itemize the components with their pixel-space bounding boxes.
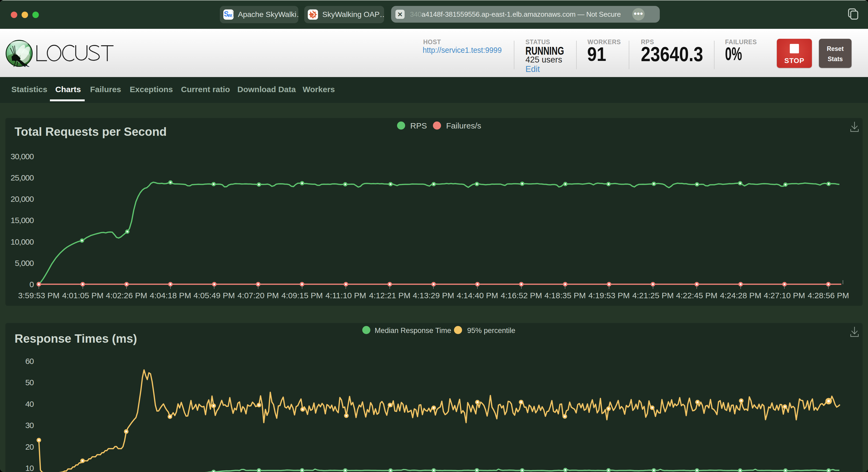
svg-text:15,000: 15,000 xyxy=(10,216,34,225)
svg-text:60: 60 xyxy=(25,357,34,366)
svg-text:30: 30 xyxy=(25,421,34,430)
svg-text:4:22:45 PM: 4:22:45 PM xyxy=(676,291,717,300)
svg-text:4:02:26 PM: 4:02:26 PM xyxy=(106,291,147,300)
svg-text:30,000: 30,000 xyxy=(10,152,34,161)
svg-text:4:24:28 PM: 4:24:28 PM xyxy=(720,291,761,300)
svg-text:4:16:52 PM: 4:16:52 PM xyxy=(501,291,542,300)
svg-text:10,000: 10,000 xyxy=(10,237,34,246)
svg-text:0: 0 xyxy=(29,280,34,289)
svg-text:4:19:53 PM: 4:19:53 PM xyxy=(588,291,629,300)
svg-text:4:01:05 PM: 4:01:05 PM xyxy=(62,291,103,300)
svg-text:4:14:40 PM: 4:14:40 PM xyxy=(457,291,498,300)
svg-text:4:05:49 PM: 4:05:49 PM xyxy=(193,291,235,300)
svg-text:4:09:15 PM: 4:09:15 PM xyxy=(281,291,322,300)
svg-text:4:04:18 PM: 4:04:18 PM xyxy=(150,291,191,300)
svg-text:20: 20 xyxy=(25,442,34,451)
svg-text:w: w xyxy=(227,12,232,18)
svg-text:4:11:10 PM: 4:11:10 PM xyxy=(325,291,366,300)
svg-text:Failures/s: Failures/s xyxy=(446,121,481,130)
svg-text:RPS: RPS xyxy=(410,121,427,130)
svg-text:10: 10 xyxy=(25,464,34,472)
svg-text:20,000: 20,000 xyxy=(10,195,34,203)
svg-text:4:18:35 PM: 4:18:35 PM xyxy=(544,291,586,300)
svg-text:4:07:20 PM: 4:07:20 PM xyxy=(237,291,279,300)
svg-text:4:27:10 PM: 4:27:10 PM xyxy=(764,291,805,300)
svg-text:50: 50 xyxy=(25,378,34,387)
svg-text:Total Requests per Second: Total Requests per Second xyxy=(14,125,167,138)
svg-text:95% percentile: 95% percentile xyxy=(467,327,516,335)
svg-text:Median Response Time: Median Response Time xyxy=(375,327,451,335)
svg-text:4:12:21 PM: 4:12:21 PM xyxy=(369,291,410,300)
svg-text:4:13:29 PM: 4:13:29 PM xyxy=(413,291,454,300)
svg-text:5,000: 5,000 xyxy=(15,259,34,268)
svg-text:4:28:56 PM: 4:28:56 PM xyxy=(808,291,849,300)
svg-text:4:21:25 PM: 4:21:25 PM xyxy=(632,291,674,300)
svg-text:25,000: 25,000 xyxy=(10,173,34,182)
svg-text:Response Times (ms): Response Times (ms) xyxy=(14,332,137,345)
svg-text:40: 40 xyxy=(25,400,34,408)
svg-text:3:59:53 PM: 3:59:53 PM xyxy=(18,291,59,300)
